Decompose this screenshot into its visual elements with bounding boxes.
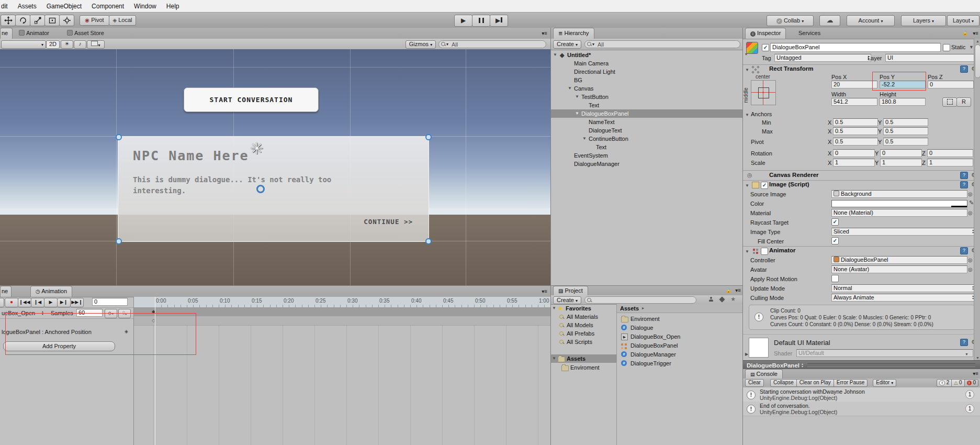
tab-scene-partial[interactable]: ne — [0, 28, 13, 39]
hierarchy-item-nametext[interactable]: NameText — [551, 118, 743, 126]
inspector-lock-icon[interactable]: 🔓 — [962, 28, 968, 39]
hierarchy-item-scene[interactable]: ▼ ◆ Untitled* — [551, 51, 743, 59]
project-create-button[interactable]: Create ▾ — [553, 296, 581, 304]
next-key-button[interactable]: ▶❙ — [57, 298, 71, 307]
pause-button[interactable] — [472, 15, 490, 27]
collapse-button[interactable]: Collapse — [770, 379, 797, 387]
tab-hierarchy[interactable]: ≣ Hierarchy — [553, 28, 594, 39]
scroll-up-arrow-icon[interactable]: ▲ — [976, 39, 979, 43]
menu-item-gameobject[interactable]: GameObject — [47, 3, 82, 10]
project-search-field[interactable] — [584, 296, 696, 304]
static-checkbox[interactable] — [943, 44, 950, 51]
help-icon[interactable]: ? — [960, 65, 968, 73]
selection-handle[interactable] — [425, 238, 432, 244]
fill-center-checkbox[interactable]: ✓ — [831, 237, 839, 244]
favorites-header[interactable]: ▼★Favorites — [551, 304, 616, 313]
2d-toggle-button[interactable]: 2D — [46, 40, 60, 49]
breadcrumb[interactable]: Assets ▸ — [617, 304, 743, 313]
anchors-foldout-icon[interactable]: ▼ — [745, 111, 749, 119]
person-filter-icon[interactable] — [708, 297, 714, 302]
clear-on-play-button[interactable]: Clear on Play — [796, 379, 834, 387]
project-lock-icon[interactable]: 🔓 — [726, 286, 731, 295]
hierarchy-item-eventsystem[interactable]: EventSystem — [551, 151, 743, 160]
help-icon[interactable]: ? — [960, 172, 968, 179]
selection-handle[interactable] — [116, 238, 122, 244]
draw-mode-dropdown[interactable]: ▾ — [1, 40, 46, 49]
record-button[interactable]: ● — [5, 298, 18, 307]
blueprint-mode-button[interactable] — [942, 97, 957, 107]
hierarchy-item-continuebutton[interactable]: ▼ContinueButton — [551, 135, 743, 143]
anim-play-button[interactable]: ▶ — [44, 298, 58, 307]
timeline-ruler[interactable]: 0:00 0:05 0:10 0:15 0:20 0:25 0:30 0:35 … — [134, 297, 550, 308]
foldout-arrow-icon[interactable]: ▼ — [745, 66, 749, 74]
image-type-dropdown[interactable]: Sliced — [831, 228, 975, 236]
lighting-toggle-button[interactable]: ☀ — [61, 40, 73, 49]
file-dialoguebox-open[interactable]: ▶DialogueBox_Open — [617, 332, 743, 341]
source-image-field[interactable]: Background — [831, 190, 967, 198]
hierarchy-search-field[interactable]: ▾ All — [584, 40, 740, 48]
culling-mode-dropdown[interactable]: Always Animate — [831, 294, 975, 302]
help-icon[interactable]: ? — [960, 181, 968, 188]
tab-console[interactable]: ▤ Console — [745, 369, 783, 379]
tab-project[interactable]: ▨ Project — [553, 286, 588, 295]
transform-tool-button[interactable] — [59, 15, 74, 26]
tab-inspector[interactable]: i Inspector — [745, 28, 786, 39]
error-pause-button[interactable]: Error Pause — [833, 379, 868, 387]
rotate-tool-button[interactable] — [15, 15, 30, 26]
scene-viewport[interactable]: START CONVERSATION NPC Name Here This is… — [0, 49, 550, 285]
material-field[interactable]: None (Material) — [831, 209, 967, 217]
info-count-toggle[interactable]: ! 2 — [937, 379, 952, 387]
file-enviroment[interactable]: Enviroment — [617, 315, 743, 323]
favorite-all-scripts[interactable]: All Scripts — [551, 338, 616, 346]
height-field[interactable]: 180.8 — [880, 98, 926, 106]
dialogue-box-panel[interactable]: NPC Name Here This is dummy dialogue... … — [118, 136, 429, 242]
menu-item-component[interactable]: Component — [92, 3, 124, 10]
anchor-max-x-field[interactable]: 0.5 — [833, 127, 878, 135]
keyframe-track-light[interactable]: ◇ — [134, 316, 550, 326]
project-panel-menu-icon[interactable]: ▾≡ — [735, 286, 741, 295]
tab-asset-store[interactable]: Asset Store — [67, 28, 104, 39]
foldout-arrow-icon[interactable]: ▼ — [745, 248, 749, 256]
help-icon[interactable]: ? — [960, 339, 968, 346]
posx-field[interactable]: 20 — [831, 81, 877, 88]
pivot-x-field[interactable]: 0.5 — [833, 138, 878, 146]
selection-handle[interactable] — [425, 134, 432, 140]
play-button[interactable]: ▶ — [454, 15, 472, 27]
hierarchy-item-dialoguemanager[interactable]: DialogueManager — [551, 160, 743, 168]
move-tool-button[interactable] — [1, 15, 16, 26]
foldout-arrow-icon[interactable]: ▼ — [568, 84, 572, 93]
console-log-entry[interactable]: ! End of conversation. UnityEngine.Debug… — [743, 402, 980, 416]
editor-dropdown[interactable]: Editor ▾ — [873, 379, 896, 387]
material-swatch[interactable] — [749, 338, 769, 358]
animator-enabled-checkbox[interactable] — [761, 248, 768, 255]
pivot-y-field[interactable]: 0.5 — [883, 138, 928, 146]
layers-dropdown[interactable]: Layers ▾ — [901, 15, 946, 26]
hierarchy-item-testbutton[interactable]: ▼TestButton — [551, 93, 743, 101]
menu-item-assets[interactable]: Assets — [18, 3, 37, 10]
object-picker-icon[interactable]: ◎ — [968, 209, 973, 216]
apply-root-motion-checkbox[interactable] — [831, 275, 839, 282]
foldout-arrow-icon[interactable]: ▼ — [552, 354, 556, 363]
shader-caret-icon[interactable]: ▼ — [965, 350, 968, 359]
console-log-entry[interactable]: ! Starting conversation withDwayne Johns… — [743, 387, 980, 402]
static-caret-icon[interactable]: ▼ — [969, 43, 974, 51]
console-panel-menu-icon[interactable]: ▾≡ — [973, 369, 978, 379]
first-key-button[interactable]: ❙◀◀ — [18, 298, 31, 307]
file-dialogueboxpanel[interactable]: DialogueBoxPanel — [617, 341, 743, 350]
anchor-min-x-field[interactable]: 0.5 — [833, 118, 878, 126]
preview-foldout-icon[interactable]: ▶ — [745, 350, 748, 359]
pivot-toggle-button[interactable]: ◉ Pivot — [80, 15, 109, 26]
scale-y-field[interactable]: 1 — [880, 159, 922, 166]
scale-x-field[interactable]: 1 — [833, 159, 875, 166]
last-key-button[interactable]: ▶▶❙ — [70, 298, 84, 307]
rotation-x-field[interactable]: 0 — [833, 149, 875, 157]
foldout-arrow-icon[interactable]: ▼ — [575, 109, 579, 118]
cloud-button[interactable]: ☁ — [819, 15, 840, 26]
gameobject-name-field[interactable]: DialogueBoxPanel — [770, 43, 941, 52]
partial-button[interactable] — [0, 298, 4, 307]
continue-button[interactable]: CONTINUE >> — [364, 218, 413, 226]
hierarchy-item-bg[interactable]: BG — [551, 76, 743, 84]
help-icon[interactable]: ? — [960, 247, 968, 254]
hierarchy-item-dialoguetext[interactable]: DialogueText — [551, 126, 743, 135]
animation-timeline[interactable]: 0:00 0:05 0:10 0:15 0:20 0:25 0:30 0:35 … — [134, 297, 550, 445]
